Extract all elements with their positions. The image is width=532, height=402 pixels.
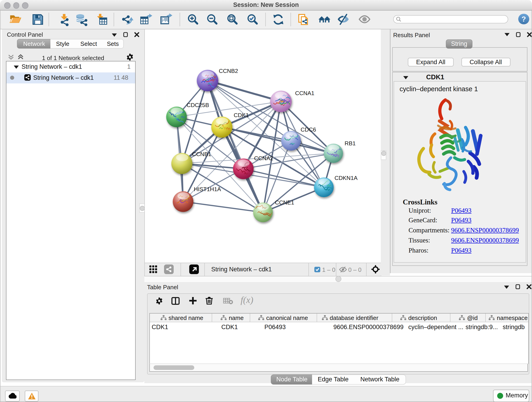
svg-text:CCNB2: CCNB2 xyxy=(219,68,238,74)
svg-text:CCNB1: CCNB1 xyxy=(192,151,211,157)
svg-text:CDC6: CDC6 xyxy=(301,126,316,133)
svg-text:CCNA2: CCNA2 xyxy=(254,155,273,161)
svg-text:CDK1: CDK1 xyxy=(234,112,249,118)
svg-text:HIST1H1A: HIST1H1A xyxy=(194,186,221,192)
svg-text:RB1: RB1 xyxy=(345,140,355,146)
svg-text:CDKN1A: CDKN1A xyxy=(335,175,358,181)
svg-text:CCNE1: CCNE1 xyxy=(275,199,294,205)
svg-text:CCNA1: CCNA1 xyxy=(295,90,314,96)
svg-text:CDC25B: CDC25B xyxy=(187,102,209,108)
